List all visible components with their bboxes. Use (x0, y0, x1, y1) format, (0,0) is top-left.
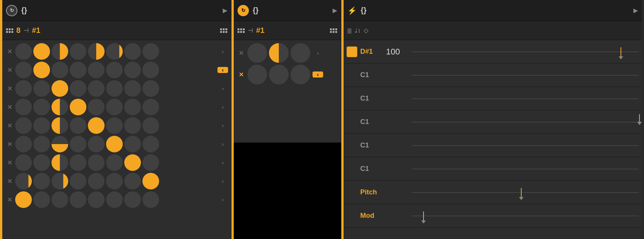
row-arrow-right[interactable]: › (217, 197, 228, 203)
loop-icon[interactable]: ↻ (6, 5, 17, 16)
velocity-slider[interactable] (412, 115, 639, 130)
braces-icon[interactable]: {} (253, 6, 259, 15)
mute-button[interactable]: ✕ (237, 71, 245, 78)
grid-icon-2[interactable] (330, 28, 337, 33)
mute-button[interactable]: ✕ (5, 196, 14, 203)
step-dot[interactable] (70, 173, 86, 189)
row-arrow-right[interactable]: › (313, 50, 323, 56)
step-dot[interactable] (124, 173, 141, 189)
step-dot[interactable] (142, 99, 159, 115)
mute-button[interactable]: ✕ (5, 141, 14, 148)
step-dot[interactable] (124, 191, 141, 208)
step-dot[interactable] (15, 191, 32, 208)
step-dot[interactable] (33, 117, 50, 134)
step-dot[interactable] (33, 99, 50, 115)
row-arrow-right[interactable]: › (217, 178, 228, 184)
step-dot[interactable] (291, 65, 310, 84)
mute-button[interactable]: ✕ (5, 178, 14, 185)
mute-button[interactable]: ✕ (5, 67, 14, 74)
step-dot[interactable] (142, 173, 159, 189)
step-dot[interactable] (52, 62, 68, 78)
step-dot[interactable] (88, 43, 105, 60)
step-dot[interactable] (124, 99, 141, 115)
step-dot[interactable] (106, 154, 123, 171)
step-dot[interactable] (106, 136, 123, 152)
row-arrow-left[interactable]: ‹ (313, 71, 323, 78)
step-dot[interactable] (88, 117, 105, 134)
bars-icon[interactable]: ||| (347, 28, 352, 34)
row-arrow-right[interactable]: › (217, 123, 228, 129)
play-button[interactable]: ▶ (223, 7, 227, 14)
step-dot[interactable] (33, 43, 50, 60)
step-dot[interactable] (88, 136, 105, 152)
step-dot[interactable] (124, 62, 141, 78)
step-dot[interactable] (70, 117, 86, 134)
step-dot[interactable] (15, 173, 32, 189)
row-arrow-right[interactable]: › (217, 160, 228, 166)
step-count[interactable]: 8 (16, 26, 20, 35)
step-dot[interactable] (124, 136, 141, 152)
step-dot[interactable] (70, 191, 86, 208)
step-dot[interactable] (88, 154, 105, 171)
row-arrow-left[interactable]: ‹ (217, 67, 228, 73)
step-dot[interactable] (106, 80, 123, 97)
step-dot[interactable] (106, 191, 123, 208)
step-dot[interactable] (106, 173, 123, 189)
row-arrow-right[interactable]: › (217, 141, 228, 147)
step-dot[interactable] (52, 154, 68, 171)
step-dot[interactable] (291, 43, 310, 63)
row-arrow-right[interactable]: › (217, 48, 228, 54)
grid-icon[interactable] (6, 28, 13, 33)
mute-button[interactable]: ✕ (237, 50, 245, 57)
step-dot[interactable] (15, 154, 32, 171)
step-dot[interactable] (124, 80, 141, 97)
step-dot[interactable] (124, 117, 141, 134)
step-dot[interactable] (106, 99, 123, 115)
step-dot[interactable] (142, 136, 159, 152)
step-dot[interactable] (269, 65, 289, 84)
velocity-slider[interactable] (412, 68, 639, 83)
mute-button[interactable]: ✕ (5, 48, 14, 55)
velocity-slider[interactable] (412, 91, 639, 106)
step-dot[interactable] (142, 43, 159, 60)
loop-icon-active[interactable]: ↻ (238, 5, 249, 16)
step-dot[interactable] (33, 136, 50, 152)
step-dot[interactable] (142, 62, 159, 78)
step-dot[interactable] (124, 154, 141, 171)
diamond-icon[interactable]: ◇ (364, 27, 368, 34)
step-dot[interactable] (142, 80, 159, 97)
flash-icon[interactable]: ⚡ (347, 6, 357, 15)
braces-icon[interactable]: {} (21, 6, 27, 15)
mute-button[interactable]: ✕ (5, 104, 14, 111)
step-dot[interactable] (52, 173, 68, 189)
step-dot[interactable] (52, 80, 68, 97)
step-dot[interactable] (88, 173, 105, 189)
mute-button[interactable]: ✕ (5, 122, 14, 129)
velocity-slider[interactable] (412, 138, 639, 153)
step-dot[interactable] (70, 62, 86, 78)
step-dot[interactable] (52, 43, 68, 60)
pitch-slider[interactable] (412, 185, 639, 200)
velocity-slider[interactable] (412, 161, 639, 177)
play-button[interactable]: ▶ (633, 7, 638, 14)
mute-button[interactable]: ✕ (5, 159, 14, 166)
step-dot[interactable] (247, 65, 267, 84)
step-dot[interactable] (33, 173, 50, 189)
step-dot[interactable] (70, 136, 86, 152)
mute-button[interactable]: ✕ (5, 85, 14, 92)
row-arrow-right[interactable]: › (217, 85, 228, 92)
step-dot[interactable] (88, 62, 105, 78)
step-dot[interactable] (142, 191, 159, 208)
step-dot[interactable] (269, 43, 289, 63)
grid-icon[interactable] (238, 28, 245, 33)
import-icon[interactable]: ⊣ (248, 27, 253, 34)
row-arrow-right[interactable]: › (217, 104, 228, 110)
step-dot[interactable] (52, 117, 68, 134)
play-button[interactable]: ▶ (333, 7, 337, 14)
braces-icon[interactable]: {} (361, 6, 367, 15)
import-icon[interactable]: ⊣ (23, 27, 29, 34)
step-dot[interactable] (70, 154, 86, 171)
grid-icon-2[interactable] (220, 28, 227, 33)
step-dot[interactable] (52, 191, 68, 208)
step-dot[interactable] (70, 80, 86, 97)
